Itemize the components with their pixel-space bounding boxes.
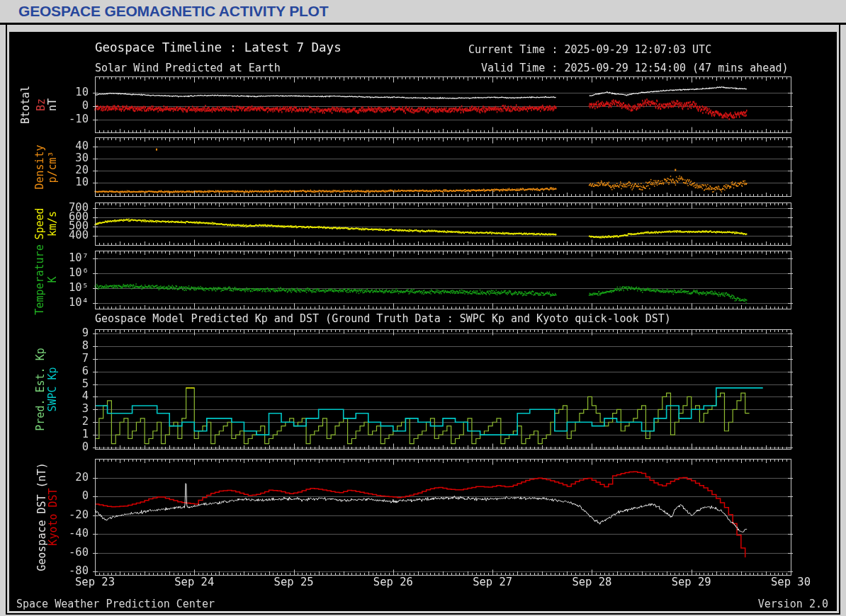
plot-subtitle: Solar Wind Predicted at Earth [95, 62, 281, 74]
xtick-sep-24: Sep 24 [162, 577, 226, 588]
ytick-density-40: 40 [9, 141, 89, 152]
axis-label-km-s: km/s [47, 211, 58, 236]
axis-label-temperature: Temperature [35, 244, 45, 314]
axis-label-nt: nT [47, 98, 58, 110]
plot-frame: Geospace Timeline : Latest 7 Days Curren… [6, 25, 840, 615]
ytick-dst--60: -60 [9, 547, 89, 559]
axis-label-swpc-kp: SWPC Kp [47, 367, 58, 411]
xtick-sep-27: Sep 27 [461, 577, 524, 588]
ytick-kp-7: 7 [9, 353, 89, 365]
axis-label-k: K [47, 276, 58, 283]
axis-label-kyoto-dst: Kyoto DST [48, 488, 59, 545]
footer-left: Space Weather Prediction Center [16, 598, 215, 610]
ytick-temperature-10⁵: 10⁵ [9, 283, 89, 294]
plot-title: Geospace Timeline : Latest 7 Days [95, 40, 342, 55]
axis-label-geospace-dst-nt-: Geospace DST (nT) [37, 462, 47, 571]
xtick-sep-28: Sep 28 [560, 577, 624, 588]
axis-label-pred-est-kp: Pred. Est. Kp [35, 348, 46, 430]
current-time: Current Time : 2025-09-29 12:07:03 UTC [468, 43, 711, 56]
axis-label-p-cm-: p/cm³ [47, 151, 58, 183]
xtick-sep-30: Sep 30 [759, 577, 823, 588]
axis-label-speed: Speed [35, 207, 45, 239]
page: GEOSPACE GEOMAGNETIC ACTIVITY PLOT Geosp… [0, 0, 846, 615]
ytick-dst-20: 20 [9, 472, 89, 484]
valid-time: Valid Time : 2025-09-29 12:54:00 (47 min… [481, 62, 788, 74]
ytick-kp-8: 8 [9, 341, 89, 352]
geospace-plot: Geospace Timeline : Latest 7 Days Curren… [9, 32, 837, 611]
mid-title: Geospace Model Predicted Kp and DST (Gro… [95, 312, 671, 325]
xtick-sep-26: Sep 26 [361, 577, 425, 588]
ytick-kp-2: 2 [9, 416, 89, 428]
ytick-temperature-10⁷: 10⁷ [9, 253, 89, 264]
ytick-kp-0: 0 [9, 442, 89, 453]
ytick-kp-1: 1 [9, 429, 89, 440]
xtick-sep-23: Sep 23 [63, 577, 127, 588]
footer-right: Version 2.0 [758, 598, 828, 610]
ytick-temperature-10⁴: 10⁴ [9, 297, 89, 309]
ytick-kp-9: 9 [9, 328, 89, 339]
axis-label-btotal: Btotal [21, 85, 31, 123]
axis-label-bz: Bz [36, 98, 47, 110]
xtick-sep-29: Sep 29 [660, 577, 723, 588]
page-title: GEOSPACE GEOMAGNETIC ACTIVITY PLOT [0, 0, 846, 25]
axis-label-density: Density [35, 144, 45, 189]
xtick-sep-25: Sep 25 [262, 577, 326, 588]
